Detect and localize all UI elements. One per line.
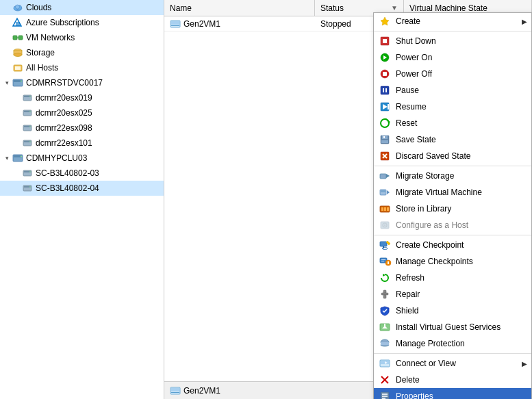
statusbar-vm-icon — [170, 385, 181, 396]
menu-item-createcheckpoint[interactable]: Create Checkpoint — [374, 237, 531, 253]
menu-item-discard[interactable]: Discard Saved State — [374, 148, 531, 164]
menu-item-migratevm[interactable]: Migrate Virtual Machine — [374, 184, 531, 201]
refresh-icon — [378, 272, 392, 284]
svg-point-16 — [21, 81, 22, 82]
scb3l03-label: SC-B3L40802-03 — [36, 168, 99, 178]
menu-item-properties[interactable]: Properties — [374, 388, 531, 399]
expand-icon-scb3l04 — [12, 184, 21, 192]
menu-item-pause[interactable]: Pause — [374, 82, 531, 99]
svg-rect-13 — [15, 66, 21, 70]
col-header-name[interactable]: Name — [164, 0, 315, 16]
shutdown-label: Shut Down — [396, 36, 527, 46]
expand-icon-azure — [3, 18, 11, 27]
sidebar-item-dcmrr20esx019[interactable]: dcmrr20esx019 — [0, 90, 164, 105]
manageprotection-label: Manage Protection — [396, 339, 527, 348]
properties-label: Properties — [396, 391, 527, 399]
content-area: Name Status ▼ Virtual Machine State — [164, 0, 532, 399]
menu-item-manageprotection[interactable]: Manage Protection — [374, 335, 531, 352]
cdmrrstdvc0017-label: CDMRRSTDVC0017 — [26, 78, 103, 88]
migratevm-label: Migrate Virtual Machine — [396, 188, 527, 197]
svg-rect-91 — [384, 324, 385, 329]
create-arrow: ▶ — [522, 18, 527, 25]
expand-icon-allhosts — [3, 64, 11, 72]
sidebar-item-vmnetworks[interactable]: VM Networks — [0, 30, 164, 45]
sidebar-item-cdmhypclu03[interactable]: ▾ CDMHYPCLU03 — [0, 151, 164, 166]
repair-icon — [378, 288, 392, 300]
sidebar-item-clouds[interactable]: Clouds — [0, 0, 164, 15]
sidebar: Clouds Azure Subscriptions — [0, 0, 164, 399]
menu-item-reset[interactable]: Reset — [374, 115, 531, 131]
poweroff-label: Power Off — [396, 69, 527, 79]
menu-item-repair[interactable]: Repair — [374, 286, 531, 303]
svg-rect-50 — [385, 88, 387, 92]
menu-item-delete[interactable]: Delete — [374, 372, 531, 388]
azure-icon — [12, 17, 23, 28]
svg-rect-105 — [171, 388, 179, 391]
allhosts-label: All Hosts — [26, 63, 58, 73]
shield-label: Shield — [396, 306, 527, 316]
poweron-label: Power On — [396, 53, 527, 62]
migratevm-icon — [378, 186, 392, 198]
svg-rect-87 — [381, 293, 388, 295]
sidebar-item-dcmrr20esx025[interactable]: dcmrr20esx025 — [0, 105, 164, 120]
sidebar-item-storage[interactable]: Storage — [0, 45, 164, 60]
menu-item-connectview[interactable]: Connect or View ▶ — [374, 355, 531, 372]
vm-name: Gen2VM1 — [183, 19, 220, 29]
server-icon-cdmrr — [12, 77, 23, 88]
svg-rect-40 — [171, 25, 179, 26]
svg-rect-59 — [381, 140, 388, 143]
svg-rect-63 — [380, 174, 386, 179]
svg-rect-49 — [383, 88, 384, 92]
host-icon-esx098 — [22, 123, 33, 133]
menu-item-confighost[interactable]: Configure as a Host — [374, 217, 531, 233]
menu-item-create[interactable]: Create ▶ — [374, 13, 531, 29]
menu-item-shutdown[interactable]: Shut Down — [374, 33, 531, 49]
scb3l04-label: SC-B3L40802-04 — [36, 183, 99, 193]
delete-icon — [378, 374, 392, 386]
sidebar-item-dcmrr22esx101[interactable]: dcmrr22esx101 — [0, 136, 164, 151]
storage-label: Storage — [26, 48, 55, 57]
menu-item-migratestorage[interactable]: Migrate Storage — [374, 168, 531, 184]
confighost-label: Configure as a Host — [396, 220, 527, 230]
sidebar-item-scb3l03[interactable]: SC-B3L40802-03 — [0, 166, 164, 181]
expand-icon-esx098 — [12, 124, 21, 132]
createcheckpoint-icon — [378, 239, 392, 251]
col-status-label: Status — [320, 3, 344, 13]
context-menu: Create ▶ Shut Down — [373, 12, 532, 399]
col-name-label: Name — [170, 3, 192, 13]
properties-icon — [378, 390, 392, 399]
svg-rect-58 — [383, 136, 385, 138]
svg-point-11 — [14, 53, 22, 57]
menu-item-poweroff[interactable]: Power Off — [374, 66, 531, 82]
menu-item-shield[interactable]: Shield — [374, 303, 531, 319]
svg-point-31 — [21, 156, 22, 157]
storeinlibrary-label: Store in Library — [396, 204, 527, 214]
sidebar-item-azure[interactable]: Azure Subscriptions — [0, 15, 164, 30]
sidebar-item-dcmrr22esx098[interactable]: dcmrr22esx098 — [0, 120, 164, 136]
connectview-arrow: ▶ — [522, 360, 527, 368]
expand-icon-scb3l03 — [12, 169, 21, 177]
menu-item-poweron[interactable]: Power On — [374, 49, 531, 66]
svg-rect-88 — [383, 295, 386, 298]
menu-item-installguest[interactable]: Install Virtual Guest Services — [374, 319, 531, 335]
vmnetworks-label: VM Networks — [26, 33, 75, 42]
svg-rect-106 — [171, 392, 179, 393]
svg-marker-41 — [381, 17, 389, 25]
sidebar-item-scb3l04[interactable]: SC-B3L40802-04 — [0, 181, 164, 196]
sep1 — [374, 31, 531, 31]
menu-item-refresh[interactable]: Refresh — [374, 270, 531, 286]
svg-rect-71 — [387, 207, 389, 211]
svg-rect-70 — [384, 207, 386, 211]
menu-item-managecheckpoints[interactable]: Manage Checkpoints — [374, 253, 531, 270]
menu-item-resume[interactable]: Resume — [374, 99, 531, 115]
delete-label: Delete — [396, 375, 527, 385]
vmnetworks-icon — [12, 32, 23, 43]
sidebar-item-allhosts[interactable]: All Hosts — [0, 60, 164, 75]
menu-item-savestate[interactable]: Save State — [374, 131, 531, 148]
sidebar-item-cdmrrstdvc0017[interactable]: ▾ CDMRRSTDVC0017 — [0, 75, 164, 90]
svg-point-22 — [29, 111, 31, 112]
clouds-icon — [12, 2, 23, 13]
reset-icon — [378, 117, 392, 129]
svg-rect-81 — [381, 261, 384, 261]
menu-item-storeinlibrary[interactable]: Store in Library — [374, 201, 531, 217]
